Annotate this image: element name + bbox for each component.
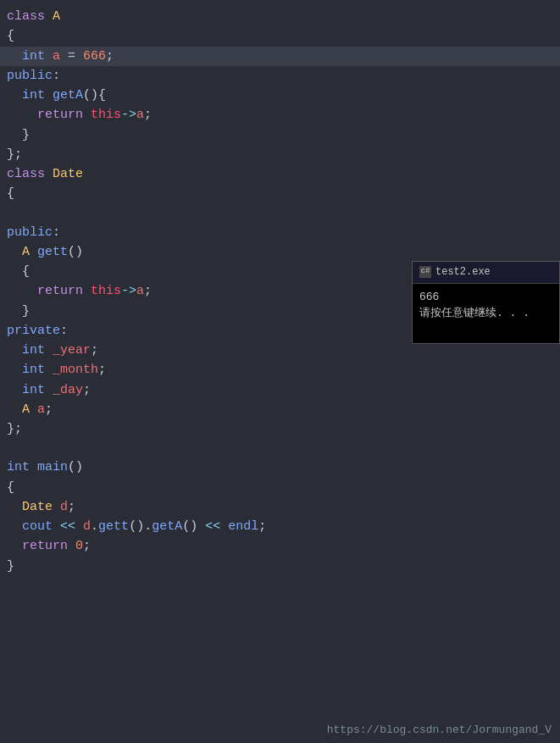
code-token: { [7, 478, 14, 497]
code-token [45, 47, 53, 66]
code-token [7, 517, 22, 536]
code-token [7, 86, 22, 105]
code-token [7, 47, 22, 66]
code-token: : [60, 321, 68, 341]
code-line: { [0, 478, 560, 497]
code-token: getA [53, 86, 83, 105]
code-token: { [7, 26, 14, 46]
code-token: : [53, 223, 60, 242]
code-token [7, 341, 22, 360]
code-line: } [0, 557, 560, 576]
code-line: { [0, 184, 560, 203]
code-token: << [60, 517, 75, 536]
code-token [7, 360, 22, 380]
code-token [220, 517, 228, 536]
terminal-output-line2: 请按任意键继续. . . [419, 305, 552, 322]
code-line: Date d; [0, 497, 560, 517]
terminal-titlebar: c# test2.exe [413, 262, 559, 284]
code-token: this [91, 105, 121, 125]
code-token: A [22, 242, 30, 262]
code-token: a [53, 47, 60, 66]
code-token: << [205, 517, 220, 536]
code-token: A [22, 400, 30, 419]
code-line: A gett() [0, 242, 560, 262]
code-token: return [37, 105, 83, 125]
code-token: a [37, 400, 45, 419]
code-token [7, 242, 22, 262]
code-line: public: [0, 223, 560, 242]
code-token: class [7, 7, 45, 26]
code-line: int getA(){ [0, 86, 560, 105]
code-token: ; [83, 380, 91, 400]
code-token: () [83, 86, 98, 105]
code-token [30, 400, 37, 419]
code-token: } [7, 125, 30, 145]
code-token [7, 497, 22, 517]
code-token: -> [121, 105, 136, 125]
code-token: ; [98, 360, 106, 380]
code-token: int [22, 360, 45, 380]
code-token: a [136, 105, 144, 125]
code-token: () [68, 242, 83, 262]
code-token [83, 281, 91, 301]
terminal-body: 666 请按任意键继续. . . [413, 284, 559, 343]
terminal-output-line1: 666 [419, 289, 552, 306]
code-token: ; [45, 400, 53, 419]
code-token: A [53, 7, 60, 26]
code-line: return this->a; [0, 105, 560, 125]
code-line: int _month; [0, 360, 560, 380]
code-token [7, 105, 37, 125]
terminal-app-icon: c# [419, 266, 431, 278]
code-token [83, 105, 91, 125]
code-token: = [60, 47, 83, 66]
code-token: _day [53, 380, 83, 400]
footer-bar: https://blog.csdn.net/Jormungand_V [319, 717, 560, 743]
code-token: ; [106, 47, 114, 66]
code-token [45, 164, 53, 184]
code-token [53, 497, 60, 517]
terminal-title: test2.exe [435, 264, 491, 280]
code-line: public: [0, 66, 560, 86]
code-token [7, 536, 22, 556]
code-token [45, 86, 53, 105]
code-line: int a = 666; [0, 47, 560, 66]
code-line: A a; [0, 400, 560, 419]
code-token: return [22, 536, 68, 556]
code-token: d [83, 517, 91, 536]
code-token: int [7, 457, 30, 477]
code-token: -> [121, 281, 136, 301]
code-token: int [22, 47, 45, 66]
code-token: 0 [75, 536, 83, 556]
code-token [45, 360, 53, 380]
code-token: a [136, 281, 144, 301]
code-token: private [7, 321, 60, 341]
code-token: _month [53, 360, 98, 380]
code-token: cout [22, 517, 53, 536]
code-token: . [91, 517, 98, 536]
code-token: Date [53, 164, 83, 184]
code-token: }; [7, 145, 22, 164]
code-token: gett [98, 517, 129, 536]
code-line: }; [0, 145, 560, 164]
code-token: { [7, 262, 30, 281]
code-token: ; [83, 536, 91, 556]
code-token: { [7, 184, 14, 203]
code-token [197, 517, 205, 536]
code-token: this [91, 281, 121, 301]
footer-url: https://blog.csdn.net/Jormungand_V [327, 724, 552, 736]
code-line [0, 439, 560, 457]
code-token: Date [22, 497, 53, 517]
code-token [75, 517, 83, 536]
code-line: } [0, 125, 560, 145]
code-token: endl [228, 517, 258, 536]
code-line: int _day; [0, 380, 560, 400]
terminal-window: c# test2.exe 666 请按任意键继续. . . [412, 261, 560, 344]
code-token [30, 457, 37, 477]
code-line: class A [0, 7, 560, 26]
code-token [45, 380, 53, 400]
code-token: () [182, 517, 197, 536]
code-token: { [98, 86, 106, 105]
code-token: _year [53, 341, 91, 360]
code-token: ; [258, 517, 266, 536]
code-line: { [0, 26, 560, 46]
